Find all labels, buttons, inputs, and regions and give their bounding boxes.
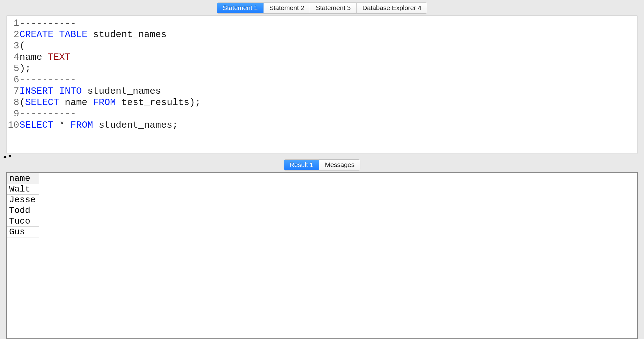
results-tabstrip: Result 1Messages — [284, 159, 361, 170]
code-token: test_results); — [116, 97, 201, 108]
table-row[interactable]: Todd — [7, 205, 39, 216]
results-tabbar: Result 1Messages — [0, 159, 644, 172]
code-token: CREATE — [19, 29, 53, 40]
code-token: student_names — [87, 29, 167, 40]
code-token: * — [53, 120, 70, 131]
sql-editor[interactable]: 12345678910 ----------CREATE TABLE stude… — [7, 16, 637, 153]
line-number: 6 — [8, 74, 19, 86]
line-number: 3 — [8, 40, 19, 52]
line-number: 4 — [8, 52, 19, 63]
table-cell[interactable]: Gus — [7, 227, 39, 237]
pane-splitter[interactable]: ▲▼ — [3, 154, 644, 159]
code-token: ---------- — [19, 18, 76, 29]
editor-panel: 12345678910 ----------CREATE TABLE stude… — [6, 15, 638, 154]
code-token: TEXT — [48, 52, 70, 63]
statement-tab[interactable]: Database Explorer 4 — [357, 3, 427, 13]
table-row[interactable]: Gus — [7, 227, 39, 237]
code-token: ---------- — [19, 108, 76, 119]
line-number: 5 — [8, 63, 19, 74]
code-line[interactable]: INSERT INTO student_names — [19, 86, 636, 97]
line-number-gutter: 12345678910 — [7, 16, 19, 153]
table-cell[interactable]: Walt — [7, 184, 39, 195]
table-row[interactable]: Jesse — [7, 195, 39, 205]
code-token — [53, 86, 59, 97]
code-token: name — [19, 52, 48, 63]
splitter-down-icon: ▼ — [8, 155, 13, 158]
table-row[interactable]: Walt — [7, 184, 39, 195]
code-token — [53, 29, 59, 40]
code-token: ( — [19, 41, 25, 51]
results-tab[interactable]: Messages — [319, 160, 360, 170]
code-token: student_names; — [93, 120, 178, 131]
statement-tab[interactable]: Statement 1 — [217, 3, 264, 13]
table-cell[interactable]: Jesse — [7, 195, 39, 205]
line-number: 8 — [8, 97, 19, 108]
results-tab[interactable]: Result 1 — [284, 160, 319, 170]
code-line[interactable]: ---------- — [19, 108, 636, 119]
code-area[interactable]: ----------CREATE TABLE student_names(nam… — [19, 16, 637, 153]
code-token: INSERT — [19, 86, 53, 97]
code-line[interactable]: ( — [19, 40, 636, 52]
code-token: ---------- — [19, 75, 76, 85]
statement-tab[interactable]: Statement 2 — [264, 3, 310, 13]
statement-tabstrip: Statement 1Statement 2Statement 3Databas… — [217, 3, 427, 14]
code-token: SELECT — [25, 97, 59, 108]
code-token: SELECT — [19, 120, 53, 131]
line-number: 10 — [8, 119, 19, 131]
sql-editor-app: Statement 1Statement 2Statement 3Databas… — [0, 0, 644, 339]
statement-tab[interactable]: Statement 3 — [310, 3, 357, 13]
line-number: 1 — [8, 18, 19, 29]
code-line[interactable]: (SELECT name FROM test_results); — [19, 97, 636, 108]
results-table[interactable]: nameWaltJesseToddTucoGus — [7, 173, 39, 237]
code-token: ); — [19, 63, 31, 74]
statement-tabbar: Statement 1Statement 2Statement 3Databas… — [0, 0, 644, 15]
table-header-row: name — [7, 173, 39, 184]
line-number: 9 — [8, 108, 19, 119]
code-token: INTO — [59, 86, 82, 97]
code-token: FROM — [70, 120, 93, 131]
line-number: 2 — [8, 29, 19, 40]
code-token: TABLE — [59, 29, 87, 40]
code-line[interactable]: name TEXT — [19, 52, 636, 63]
code-line[interactable]: CREATE TABLE student_names — [19, 29, 636, 40]
table-row[interactable]: Tuco — [7, 216, 39, 227]
code-token: name — [59, 97, 93, 108]
results-panel: nameWaltJesseToddTucoGus — [6, 172, 638, 339]
code-line[interactable]: ); — [19, 63, 636, 74]
splitter-up-icon: ▲ — [3, 155, 8, 158]
code-line[interactable]: ---------- — [19, 18, 636, 29]
table-cell[interactable]: Tuco — [7, 216, 39, 227]
code-line[interactable]: ---------- — [19, 74, 636, 86]
table-cell[interactable]: Todd — [7, 205, 39, 216]
line-number: 7 — [8, 86, 19, 97]
code-token: FROM — [93, 97, 116, 108]
column-header[interactable]: name — [7, 173, 39, 184]
code-token: student_names — [82, 86, 161, 97]
code-line[interactable]: SELECT * FROM student_names; — [19, 119, 636, 131]
code-token: ( — [19, 97, 25, 108]
results-box: nameWaltJesseToddTucoGus — [6, 172, 638, 339]
